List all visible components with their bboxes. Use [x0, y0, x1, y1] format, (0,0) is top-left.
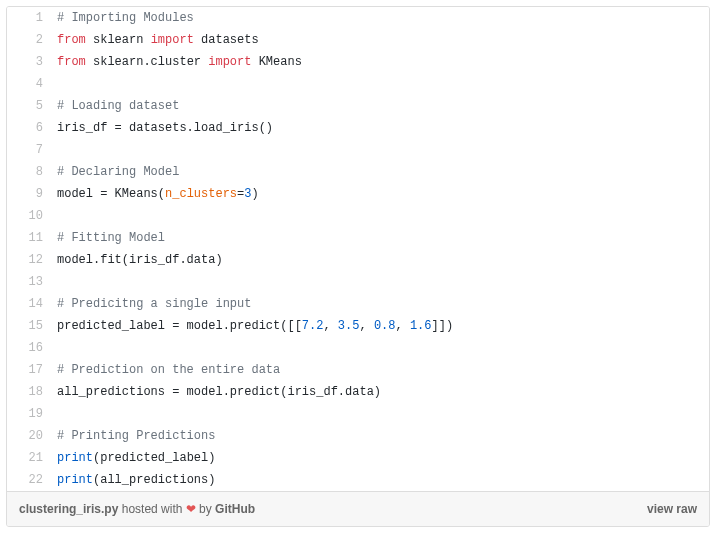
code-row: 21print(predicted_label) [7, 447, 709, 469]
code-token: n_clusters [165, 187, 237, 201]
line-content[interactable]: print(all_predictions) [53, 469, 215, 491]
code-token: # Prediction on the entire data [57, 363, 280, 377]
code-token: (all_predictions) [93, 473, 215, 487]
line-number: 2 [7, 29, 53, 51]
code-token: (predicted_label) [93, 451, 215, 465]
line-content[interactable]: predicted_label = model.predict([[7.2, 3… [53, 315, 453, 337]
line-number: 1 [7, 7, 53, 29]
line-number: 14 [7, 293, 53, 315]
line-content[interactable]: # Printing Predictions [53, 425, 215, 447]
line-number: 4 [7, 73, 53, 95]
line-number: 16 [7, 337, 53, 359]
code-token: # Fitting Model [57, 231, 165, 245]
code-token: 1.6 [410, 319, 432, 333]
line-content[interactable]: # Importing Modules [53, 7, 194, 29]
line-number: 6 [7, 117, 53, 139]
code-row: 19 [7, 403, 709, 425]
code-token: from [57, 33, 86, 47]
code-token: # Declaring Model [57, 165, 179, 179]
code-token: model.fit(iris_df.data) [57, 253, 223, 267]
code-row: 5# Loading dataset [7, 95, 709, 117]
code-token: # Printing Predictions [57, 429, 215, 443]
line-number: 10 [7, 205, 53, 227]
line-content[interactable] [53, 139, 64, 161]
code-row: 22print(all_predictions) [7, 469, 709, 491]
code-row: 10 [7, 205, 709, 227]
code-row: 15predicted_label = model.predict([[7.2,… [7, 315, 709, 337]
line-content[interactable]: # Prediction on the entire data [53, 359, 280, 381]
code-token: , [359, 319, 373, 333]
gist-container: 1# Importing Modules2from sklearn import… [6, 6, 710, 527]
line-content[interactable]: model.fit(iris_df.data) [53, 249, 223, 271]
code-row: 14# Predicitng a single input [7, 293, 709, 315]
code-token: predicted_label = model.predict([[ [57, 319, 302, 333]
code-token: print [57, 451, 93, 465]
by-text: by [196, 502, 215, 516]
code-token: 0.8 [374, 319, 396, 333]
gist-meta-bar: clustering_iris.py hosted with ❤ by GitH… [7, 491, 709, 526]
line-number: 9 [7, 183, 53, 205]
code-token: # Predicitng a single input [57, 297, 251, 311]
line-content[interactable] [53, 205, 64, 227]
code-row: 13 [7, 271, 709, 293]
line-content[interactable] [53, 337, 64, 359]
line-content[interactable]: all_predictions = model.predict(iris_df.… [53, 381, 381, 403]
line-number: 20 [7, 425, 53, 447]
code-token: datasets [194, 33, 259, 47]
code-token: print [57, 473, 93, 487]
code-token: sklearn.cluster [86, 55, 208, 69]
line-content[interactable]: # Fitting Model [53, 227, 165, 249]
line-content[interactable] [53, 73, 64, 95]
code-token: model = KMeans( [57, 187, 165, 201]
line-content[interactable]: from sklearn import datasets [53, 29, 259, 51]
line-content[interactable] [53, 271, 64, 293]
code-token: # Importing Modules [57, 11, 194, 25]
code-row: 11# Fitting Model [7, 227, 709, 249]
code-token: all_predictions = model.predict(iris_df.… [57, 385, 381, 399]
line-number: 22 [7, 469, 53, 491]
code-row: 16 [7, 337, 709, 359]
line-number: 13 [7, 271, 53, 293]
line-content[interactable]: model = KMeans(n_clusters=3) [53, 183, 259, 205]
gist-filename-link[interactable]: clustering_iris.py [19, 502, 118, 516]
code-row: 7 [7, 139, 709, 161]
code-row: 20# Printing Predictions [7, 425, 709, 447]
line-number: 18 [7, 381, 53, 403]
code-token: 3.5 [338, 319, 360, 333]
line-number: 15 [7, 315, 53, 337]
line-number: 21 [7, 447, 53, 469]
line-number: 7 [7, 139, 53, 161]
line-content[interactable] [53, 403, 64, 425]
code-token: iris_df = datasets.load_iris() [57, 121, 273, 135]
code-token: , [323, 319, 337, 333]
code-row: 4 [7, 73, 709, 95]
code-token: KMeans [251, 55, 301, 69]
code-row: 12model.fit(iris_df.data) [7, 249, 709, 271]
code-row: 2from sklearn import datasets [7, 29, 709, 51]
code-token: from [57, 55, 86, 69]
line-content[interactable]: # Declaring Model [53, 161, 179, 183]
line-content[interactable]: print(predicted_label) [53, 447, 215, 469]
line-content[interactable]: # Predicitng a single input [53, 293, 251, 315]
heart-icon: ❤ [186, 502, 196, 516]
line-number: 11 [7, 227, 53, 249]
code-row: 1# Importing Modules [7, 7, 709, 29]
github-link[interactable]: GitHub [215, 502, 255, 516]
gist-meta-left: clustering_iris.py hosted with ❤ by GitH… [19, 502, 255, 516]
code-area: 1# Importing Modules2from sklearn import… [7, 7, 709, 491]
line-number: 5 [7, 95, 53, 117]
code-row: 18all_predictions = model.predict(iris_d… [7, 381, 709, 403]
line-number: 12 [7, 249, 53, 271]
hosted-text: hosted with [118, 502, 185, 516]
code-token: import [151, 33, 194, 47]
code-row: 8# Declaring Model [7, 161, 709, 183]
code-token: ) [251, 187, 258, 201]
view-raw-link[interactable]: view raw [647, 502, 697, 516]
line-content[interactable]: from sklearn.cluster import KMeans [53, 51, 302, 73]
line-number: 8 [7, 161, 53, 183]
line-content[interactable]: # Loading dataset [53, 95, 179, 117]
line-number: 3 [7, 51, 53, 73]
line-content[interactable]: iris_df = datasets.load_iris() [53, 117, 273, 139]
line-number: 19 [7, 403, 53, 425]
code-token: import [208, 55, 251, 69]
